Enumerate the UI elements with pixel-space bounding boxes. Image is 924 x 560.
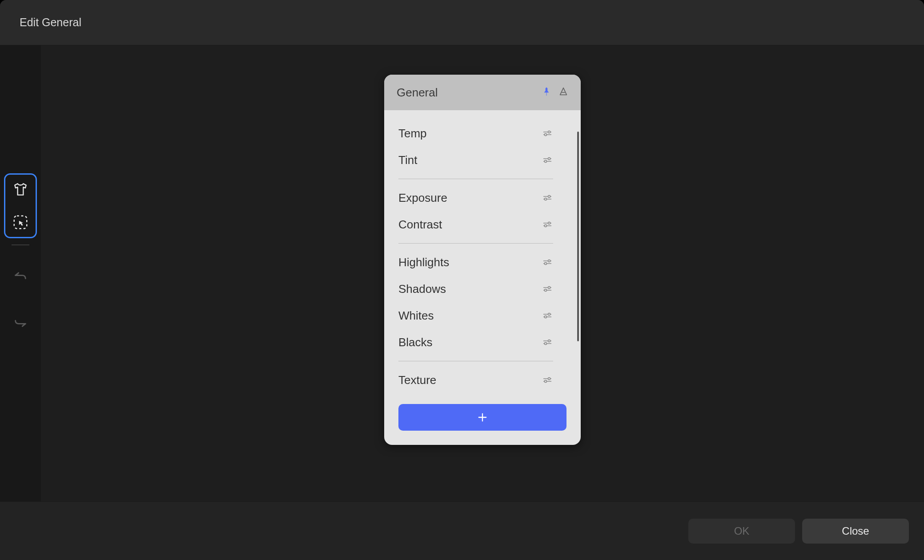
- svg-point-23: [548, 287, 550, 289]
- svg-point-31: [548, 340, 550, 342]
- slider-icon: [542, 283, 553, 295]
- sidebar-actions: [4, 252, 37, 348]
- select-tool[interactable]: [12, 214, 29, 231]
- param-label: Shadows: [398, 282, 446, 296]
- svg-point-33: [545, 343, 547, 345]
- panel-header-icons: [542, 87, 568, 98]
- param-temp[interactable]: Temp: [398, 120, 553, 147]
- svg-point-25: [545, 289, 547, 292]
- svg-point-17: [545, 225, 547, 227]
- param-tint[interactable]: Tint: [398, 147, 553, 173]
- slider-icon: [542, 310, 553, 321]
- pin-button[interactable]: [542, 87, 551, 98]
- redo-icon: [13, 316, 28, 331]
- svg-point-11: [548, 196, 550, 198]
- svg-point-29: [545, 316, 547, 318]
- sidebar: [0, 45, 41, 501]
- slider-icon: [542, 256, 553, 268]
- shirt-tool[interactable]: [12, 181, 29, 198]
- slider-icon: [542, 374, 553, 386]
- undo-icon: [13, 268, 28, 284]
- slider-icon: [542, 192, 553, 204]
- svg-point-3: [548, 131, 550, 133]
- sidebar-divider: [12, 244, 29, 245]
- param-texture[interactable]: Texture: [398, 367, 553, 393]
- param-label: Contrast: [398, 218, 442, 232]
- svg-point-5: [545, 134, 547, 136]
- close-button[interactable]: Close: [802, 519, 909, 544]
- redo-action[interactable]: [12, 315, 29, 332]
- plus-icon: [476, 411, 489, 424]
- pin-icon: [542, 87, 551, 96]
- slider-icon: [542, 336, 553, 348]
- window-body: General: [0, 45, 924, 501]
- window-title: Edit General: [20, 16, 81, 29]
- slider-icon: [542, 128, 553, 139]
- svg-point-19: [548, 260, 550, 262]
- group-divider: [398, 243, 553, 244]
- param-highlights[interactable]: Highlights: [398, 249, 553, 276]
- param-label: Temp: [398, 127, 427, 140]
- reset-icon: [558, 87, 568, 96]
- tool-group-selected: [4, 173, 37, 238]
- group-divider: [398, 179, 553, 179]
- panel-header: General: [384, 75, 581, 110]
- scrollbar[interactable]: [577, 132, 579, 341]
- svg-point-13: [545, 198, 547, 200]
- svg-point-35: [548, 378, 550, 380]
- reset-button[interactable]: [558, 87, 568, 98]
- param-label: Exposure: [398, 191, 447, 205]
- svg-point-15: [548, 222, 550, 224]
- panel-scroll: Temp Tint E: [398, 120, 566, 393]
- slider-icon: [542, 219, 553, 230]
- svg-point-37: [545, 380, 547, 383]
- content-area: General: [41, 45, 924, 501]
- param-label: Texture: [398, 373, 436, 387]
- param-label: Whites: [398, 309, 434, 323]
- ok-button[interactable]: OK: [688, 519, 795, 544]
- app-window: Edit General: [0, 0, 924, 560]
- param-contrast[interactable]: Contrast: [398, 211, 553, 238]
- titlebar: Edit General: [0, 0, 924, 45]
- svg-point-9: [545, 160, 547, 163]
- select-icon: [12, 214, 29, 231]
- param-label: Blacks: [398, 336, 433, 349]
- group-divider: [398, 361, 553, 361]
- param-blacks[interactable]: Blacks: [398, 329, 553, 356]
- param-label: Highlights: [398, 256, 449, 269]
- panel-general: General: [384, 75, 581, 445]
- svg-point-27: [548, 313, 550, 316]
- param-shadows[interactable]: Shadows: [398, 276, 553, 302]
- shirt-icon: [12, 181, 29, 198]
- footer: OK Close: [0, 501, 924, 560]
- add-button[interactable]: [398, 404, 566, 431]
- slider-icon: [542, 154, 553, 166]
- undo-action[interactable]: [12, 268, 29, 284]
- svg-point-7: [548, 158, 550, 160]
- param-exposure[interactable]: Exposure: [398, 184, 553, 211]
- svg-point-21: [545, 263, 547, 265]
- param-whites[interactable]: Whites: [398, 302, 553, 329]
- panel-body: Temp Tint E: [384, 110, 581, 393]
- panel-title: General: [397, 86, 438, 100]
- param-label: Tint: [398, 153, 417, 167]
